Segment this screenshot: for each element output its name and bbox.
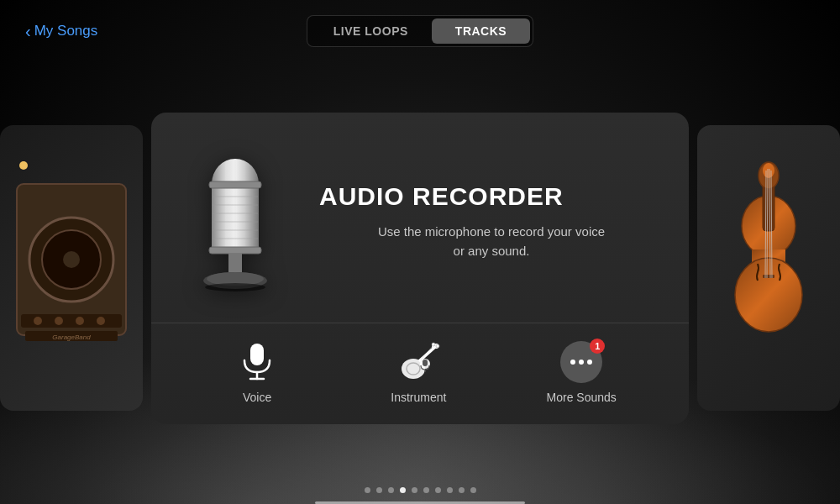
page-dot-1[interactable]: [376, 487, 382, 493]
page-dot-4[interactable]: [412, 487, 417, 493]
more-sounds-label: More Sounds: [547, 391, 617, 404]
instrument-label: Instrument: [391, 391, 446, 404]
page-dot-6[interactable]: [435, 487, 441, 493]
voice-mic-icon: [241, 342, 273, 382]
dot-3: [587, 360, 592, 365]
page-dot-3[interactable]: [400, 487, 406, 493]
dot-2: [579, 360, 584, 365]
screen: ‹ My Songs LIVE LOOPS TRACKS: [0, 0, 840, 504]
voice-button[interactable]: Voice: [223, 340, 291, 404]
side-card-left[interactable]: GarageBand: [0, 125, 143, 411]
svg-text:GarageBand: GarageBand: [52, 333, 91, 341]
svg-point-48: [763, 163, 774, 178]
violin-svg: [706, 150, 832, 386]
guitar-icon: [396, 342, 440, 382]
more-sounds-button[interactable]: 1 More Sounds: [547, 340, 617, 404]
svg-point-7: [55, 317, 63, 325]
svg-point-9: [97, 317, 105, 325]
back-button[interactable]: ‹ My Songs: [25, 23, 97, 39]
side-card-right[interactable]: [697, 125, 840, 411]
svg-rect-23: [209, 181, 261, 188]
page-dot-7[interactable]: [447, 487, 453, 493]
page-dot-5[interactable]: [423, 487, 429, 493]
page-dot-8[interactable]: [459, 487, 465, 493]
card-description: Use the microphone to record your voiceo…: [319, 223, 664, 260]
card-info: AUDIO RECORDER Use the microphone to rec…: [319, 182, 664, 260]
svg-rect-40: [423, 360, 428, 366]
main-card: AUDIO RECORDER Use the microphone to rec…: [151, 113, 689, 424]
page-dot-0[interactable]: [365, 487, 370, 493]
svg-rect-24: [209, 247, 261, 254]
card-actions: Voice: [176, 323, 664, 404]
tab-group: LIVE LOOPS TRACKS: [307, 15, 533, 47]
tab-live-loops[interactable]: LIVE LOOPS: [310, 18, 432, 44]
back-label: My Songs: [34, 23, 98, 39]
mic-container: [176, 138, 294, 306]
microphone-graphic: [185, 138, 286, 306]
pagination: [0, 487, 840, 493]
page-dot-2[interactable]: [388, 487, 394, 493]
card-title: AUDIO RECORDER: [319, 182, 664, 211]
more-sounds-icon-container: 1: [559, 340, 603, 384]
page-dot-9[interactable]: [470, 487, 476, 493]
dot-1: [570, 360, 575, 365]
more-sounds-badge: 1: [590, 339, 605, 354]
instrument-button[interactable]: Instrument: [385, 340, 452, 404]
svg-line-34: [420, 347, 435, 360]
violin-image: [697, 125, 840, 411]
tab-tracks[interactable]: TRACKS: [432, 18, 530, 44]
svg-point-44: [735, 258, 802, 332]
svg-point-0: [19, 161, 28, 170]
instrument-icon-container: [396, 340, 440, 384]
voice-label: Voice: [243, 391, 271, 404]
svg-rect-45: [763, 275, 774, 278]
svg-line-38: [421, 345, 433, 360]
svg-point-6: [34, 317, 42, 325]
amp-image: GarageBand: [0, 125, 143, 411]
svg-point-4: [63, 251, 80, 268]
nav-bar: ‹ My Songs LIVE LOOPS TRACKS: [0, 0, 840, 62]
amp-svg: GarageBand: [8, 150, 134, 386]
svg-point-8: [76, 317, 84, 325]
svg-rect-29: [250, 344, 264, 365]
chevron-left-icon: ‹: [25, 23, 31, 39]
voice-icon-container: [235, 340, 279, 384]
card-top: AUDIO RECORDER Use the microphone to rec…: [176, 138, 664, 323]
svg-point-36: [432, 343, 435, 346]
svg-point-37: [436, 344, 439, 348]
svg-point-28: [205, 283, 265, 291]
carousel-area: GarageBand: [0, 62, 840, 474]
